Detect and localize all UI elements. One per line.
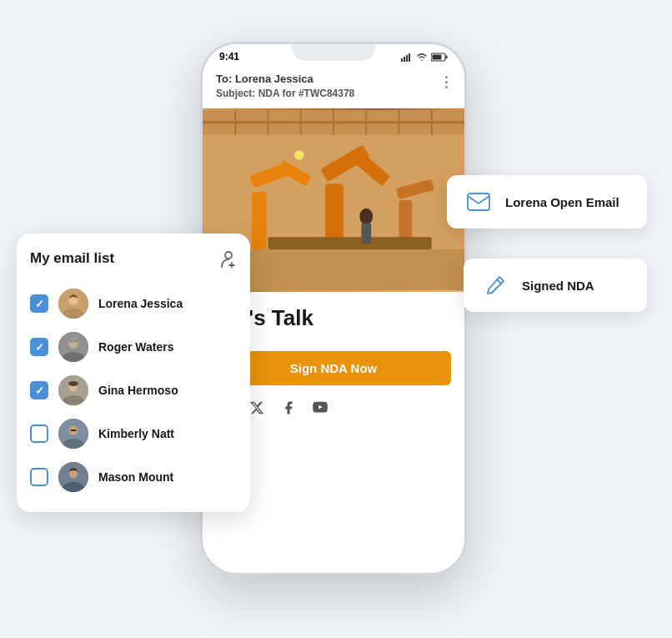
open-email-label: Lorena Open Email bbox=[505, 195, 619, 209]
svg-rect-2 bbox=[406, 55, 408, 62]
checkmark-roger: ✓ bbox=[35, 341, 44, 354]
email-to-value: Lorena Jessica bbox=[235, 73, 313, 85]
avatar-roger bbox=[58, 332, 88, 362]
contact-name-kimberly: Kimberly Natt bbox=[98, 427, 174, 440]
svg-point-47 bbox=[70, 430, 72, 431]
email-to: To: Lorena Jessica bbox=[216, 73, 354, 85]
svg-rect-51 bbox=[468, 193, 489, 210]
social-icons-row bbox=[216, 399, 451, 417]
svg-point-29 bbox=[359, 208, 373, 225]
youtube-icon[interactable] bbox=[311, 399, 329, 417]
email-header: To: Lorena Jessica Subject: NDA for #TWC… bbox=[203, 66, 464, 108]
pencil-icon bbox=[484, 274, 506, 296]
email-subject-value: NDA for #TWC84378 bbox=[258, 88, 355, 99]
avatar-lorena bbox=[58, 289, 88, 319]
contact-item-roger: ✓ Roger Waters bbox=[30, 325, 237, 369]
signed-nda-label: Signed NDA bbox=[522, 279, 594, 293]
envelope-icon bbox=[467, 193, 490, 211]
contact-name-lorena: Lorena Jessica bbox=[98, 297, 183, 310]
svg-point-48 bbox=[75, 430, 77, 431]
contact-item-gina: ✓ Gina Hermoso bbox=[30, 369, 237, 412]
email-to-label: To: bbox=[216, 73, 232, 85]
svg-point-27 bbox=[297, 153, 302, 158]
checkbox-roger[interactable]: ✓ bbox=[30, 338, 48, 356]
panel-header: My email list bbox=[30, 247, 237, 270]
email-list-panel: My email list ✓ Lorena Jessica bbox=[17, 234, 250, 512]
checkbox-lorena[interactable]: ✓ bbox=[30, 294, 48, 313]
avatar-mason bbox=[58, 462, 88, 492]
checkbox-mason[interactable] bbox=[30, 468, 48, 486]
svg-rect-28 bbox=[268, 237, 432, 249]
svg-rect-3 bbox=[409, 53, 410, 62]
status-icons bbox=[401, 53, 448, 62]
lets-talk-heading: Let's Talk bbox=[216, 305, 451, 331]
contact-name-mason: Mason Mount bbox=[98, 470, 173, 484]
checkmark-gina: ✓ bbox=[35, 384, 44, 397]
email-dots-menu[interactable] bbox=[442, 73, 451, 92]
svg-rect-5 bbox=[446, 55, 448, 58]
wifi-icon bbox=[416, 53, 428, 62]
contact-item-mason: Mason Mount bbox=[30, 455, 237, 499]
svg-rect-40 bbox=[70, 340, 77, 343]
contact-item-kimberly: Kimberly Natt bbox=[30, 412, 237, 455]
signal-icon bbox=[401, 53, 413, 62]
svg-rect-0 bbox=[401, 58, 403, 62]
svg-point-43 bbox=[68, 381, 78, 386]
svg-rect-30 bbox=[361, 223, 371, 244]
avatar-kimberly bbox=[58, 419, 88, 449]
add-person-icon[interactable] bbox=[213, 247, 237, 270]
svg-rect-1 bbox=[404, 57, 405, 62]
status-time: 9:41 bbox=[219, 51, 239, 63]
contact-item-lorena: ✓ Lorena Jessica bbox=[30, 282, 237, 325]
signed-nda-card: Signed NDA bbox=[464, 259, 647, 312]
email-subject-label: Subject: bbox=[216, 88, 255, 99]
checkmark-lorena: ✓ bbox=[35, 298, 44, 310]
avatar-gina bbox=[58, 375, 88, 405]
sign-nda-button[interactable]: Sign NDA Now bbox=[216, 351, 451, 385]
battery-icon bbox=[431, 53, 448, 62]
x-icon[interactable] bbox=[248, 399, 266, 417]
email-subject: Subject: NDA for #TWC84378 bbox=[216, 88, 354, 99]
open-email-card: Lorena Open Email bbox=[447, 175, 647, 229]
contact-name-roger: Roger Waters bbox=[98, 340, 174, 354]
pencil-icon-box bbox=[480, 270, 510, 300]
envelope-icon-box bbox=[464, 187, 494, 217]
facebook-icon[interactable] bbox=[279, 399, 298, 417]
svg-rect-46 bbox=[71, 430, 76, 431]
checkbox-kimberly[interactable] bbox=[30, 424, 48, 443]
phone-notch bbox=[292, 44, 375, 61]
checkbox-gina[interactable]: ✓ bbox=[30, 381, 48, 399]
panel-title: My email list bbox=[30, 250, 114, 267]
svg-rect-6 bbox=[433, 54, 442, 59]
contact-name-gina: Gina Hermoso bbox=[98, 384, 178, 397]
svg-rect-18 bbox=[252, 192, 267, 249]
email-meta: To: Lorena Jessica Subject: NDA for #TWC… bbox=[216, 73, 354, 99]
